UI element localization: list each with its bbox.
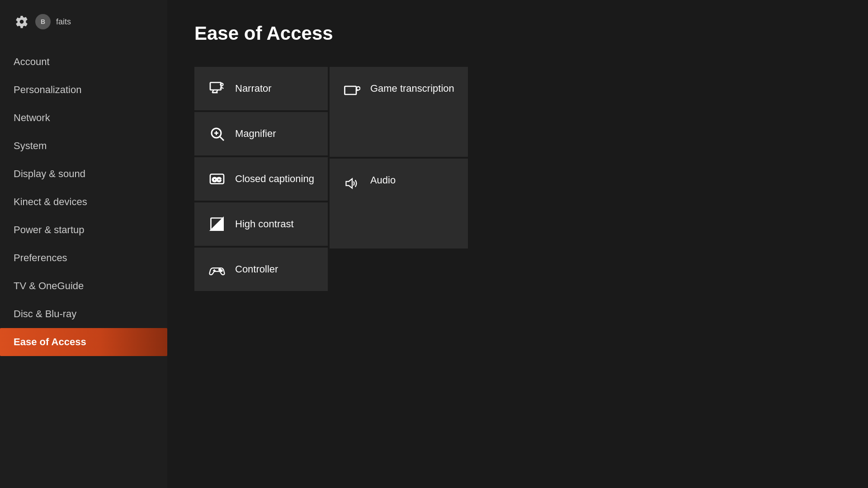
game-transcription-label: Game transcription bbox=[370, 83, 454, 94]
closed-captioning-icon: CC bbox=[208, 170, 226, 188]
game-transcription-item[interactable]: Game transcription bbox=[330, 67, 468, 157]
svg-point-18 bbox=[357, 87, 360, 90]
sidebar-navigation: Account Personalization Network System D… bbox=[0, 48, 167, 488]
gear-icon[interactable] bbox=[14, 14, 30, 30]
svg-line-6 bbox=[220, 137, 224, 141]
username-label: faits bbox=[56, 17, 71, 27]
sidebar-item-kinect-devices[interactable]: Kinect & devices bbox=[0, 188, 167, 216]
svg-marker-20 bbox=[346, 179, 352, 188]
high-contrast-item[interactable]: High contrast bbox=[194, 202, 328, 246]
sidebar-item-power-startup[interactable]: Power & startup bbox=[0, 216, 167, 244]
high-contrast-label: High contrast bbox=[235, 218, 294, 230]
audio-item[interactable]: Audio bbox=[330, 159, 468, 249]
game-transcription-icon bbox=[343, 83, 361, 101]
svg-point-16 bbox=[221, 270, 222, 272]
closed-captioning-label: Closed captioning bbox=[235, 173, 314, 185]
controller-icon bbox=[208, 260, 226, 278]
sidebar-item-system[interactable]: System bbox=[0, 132, 167, 160]
sidebar-item-disc-bluray[interactable]: Disc & Blu-ray bbox=[0, 300, 167, 328]
audio-label: Audio bbox=[370, 174, 396, 186]
right-column: Game transcription Audio bbox=[330, 67, 468, 291]
controller-item[interactable]: Controller bbox=[194, 248, 328, 291]
left-column: Narrator Magnifier bbox=[194, 67, 328, 291]
narrator-item[interactable]: Narrator bbox=[194, 67, 328, 110]
high-contrast-icon bbox=[208, 215, 226, 233]
controller-label: Controller bbox=[235, 263, 278, 275]
sidebar-item-network[interactable]: Network bbox=[0, 104, 167, 132]
sidebar-header: B faits bbox=[0, 14, 167, 48]
svg-point-4 bbox=[221, 83, 223, 86]
magnifier-label: Magnifier bbox=[235, 128, 276, 140]
closed-captioning-item[interactable]: CC Closed captioning bbox=[194, 157, 328, 201]
sidebar: B faits Account Personalization Network … bbox=[0, 0, 167, 488]
sidebar-item-personalization[interactable]: Personalization bbox=[0, 76, 167, 104]
narrator-icon bbox=[208, 80, 226, 98]
sidebar-item-account[interactable]: Account bbox=[0, 48, 167, 76]
page-title: Ease of Access bbox=[194, 23, 841, 44]
magnifier-icon bbox=[208, 125, 226, 143]
magnifier-item[interactable]: Magnifier bbox=[194, 112, 328, 155]
sidebar-item-display-sound[interactable]: Display & sound bbox=[0, 160, 167, 188]
sidebar-item-ease-of-access[interactable]: Ease of Access bbox=[0, 328, 167, 356]
svg-rect-0 bbox=[210, 83, 221, 90]
sidebar-item-preferences[interactable]: Preferences bbox=[0, 244, 167, 272]
main-content: Ease of Access Narrator bbox=[167, 0, 868, 488]
sidebar-item-tv-oneguide[interactable]: TV & OneGuide bbox=[0, 272, 167, 300]
narrator-label: Narrator bbox=[235, 83, 272, 94]
grid-container: Narrator Magnifier bbox=[194, 67, 841, 291]
svg-marker-12 bbox=[211, 218, 223, 230]
audio-icon bbox=[343, 174, 361, 192]
avatar: B bbox=[35, 14, 51, 29]
svg-text:CC: CC bbox=[212, 176, 222, 183]
svg-rect-17 bbox=[344, 86, 356, 94]
